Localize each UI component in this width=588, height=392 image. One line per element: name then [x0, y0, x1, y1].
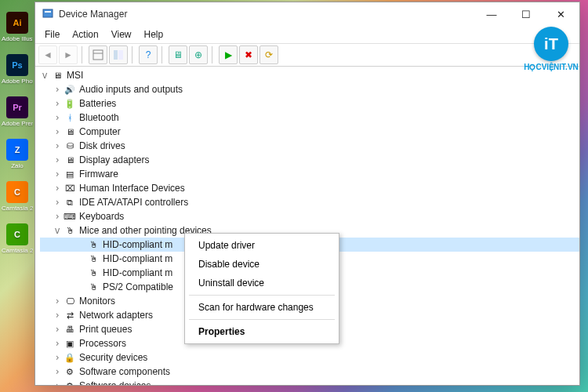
tree-item[interactable]: ›🔒Security devices [40, 350, 579, 365]
uninstall-button[interactable]: ✖ [239, 45, 258, 64]
menu-item-disable-device[interactable]: Disable device [187, 255, 336, 274]
tree-item[interactable]: ›🔊Audio inputs and outputs [40, 82, 579, 96]
menu-help[interactable]: Help [138, 27, 170, 42]
tree-item[interactable]: ›🖥Display adapters [40, 153, 579, 167]
watermark: iT HỌCVIỆNIT.VN [517, 27, 585, 71]
context-menu: Update driverDisable deviceUninstall dev… [184, 233, 339, 344]
close-button[interactable]: ✕ [543, 2, 578, 26]
menu-view[interactable]: View [105, 27, 138, 42]
window-title: Device Manager [59, 9, 474, 20]
separator [132, 46, 135, 64]
watermark-badge: iT [534, 27, 568, 61]
tree-item[interactable]: ›ᚼBluetooth [40, 111, 579, 125]
titlebar: Device Manager — ☐ ✕ [35, 2, 579, 26]
menu-item-uninstall-device[interactable]: Uninstall device [187, 274, 336, 292]
back-button[interactable]: ◄ [38, 45, 57, 64]
desktop-icon[interactable]: CCamtasia 20 [3, 177, 31, 215]
separator [162, 46, 165, 64]
tree-item[interactable]: ›⚙Software devices [40, 379, 579, 385]
show-hidden-button[interactable] [89, 45, 107, 64]
toolbar: ◄ ► ? 🖥 ⊕ ▶ ✖ ⟳ [35, 43, 579, 67]
tree-item[interactable]: ›⚙Software components [40, 365, 579, 379]
menubar: FileActionViewHelp [35, 26, 579, 43]
desktop-icon[interactable]: AiAdobe Illustrator [3, 8, 31, 45]
separator [82, 46, 85, 64]
tree-item[interactable]: ›⌨Keyboards [40, 209, 579, 223]
view-button[interactable] [109, 45, 128, 64]
help-button[interactable]: ? [139, 45, 158, 64]
svg-rect-0 [43, 9, 53, 17]
tree-item[interactable]: ›⧉IDE ATA/ATAPI controllers [40, 195, 579, 209]
svg-rect-5 [118, 50, 123, 60]
scan-button[interactable]: 🖥 [169, 45, 187, 64]
update-driver-button[interactable]: ⟳ [260, 45, 278, 64]
minimize-button[interactable]: — [474, 2, 509, 26]
svg-rect-4 [114, 50, 118, 60]
overlay-text: oc [549, 302, 585, 331]
desktop-icon[interactable]: CCamtasia 20 [3, 220, 31, 257]
add-hardware-button[interactable]: ⊕ [189, 45, 208, 64]
menu-action[interactable]: Action [66, 27, 104, 42]
menu-item-scan-for-hardware-changes[interactable]: Scan for hardware changes [187, 298, 336, 317]
watermark-text: HỌCVIỆNIT.VN [517, 63, 585, 71]
menu-file[interactable]: File [38, 27, 66, 42]
separator [212, 46, 215, 64]
desktop-icon[interactable]: ZZalo [3, 135, 31, 172]
svg-rect-1 [45, 11, 51, 13]
app-icon [42, 8, 54, 20]
maximize-button[interactable]: ☐ [509, 2, 543, 26]
tree-item[interactable]: ›⌧Human Interface Devices [40, 181, 579, 195]
desktop-icon[interactable]: PsAdobe Photoshop [3, 50, 31, 88]
tree-item[interactable]: ›▤Firmware [40, 167, 579, 181]
tree-item[interactable]: ›🔋Batteries [40, 96, 579, 111]
tree-item[interactable]: ›⛁Disk drives [40, 139, 579, 153]
forward-button[interactable]: ► [59, 45, 78, 64]
menu-item-update-driver[interactable]: Update driver [187, 236, 336, 255]
tree-item[interactable]: ›🖥Computer [40, 125, 579, 139]
svg-rect-2 [93, 50, 103, 60]
menu-item-properties[interactable]: Properties [187, 322, 336, 341]
desktop-icon[interactable]: PrAdobe Premiere [3, 93, 31, 130]
desktop-icons-column: AiAdobe IllustratorPsAdobe PhotoshopPrAd… [0, 0, 34, 392]
enable-button[interactable]: ▶ [219, 45, 238, 64]
tree-root[interactable]: v🖥MSI [40, 68, 579, 82]
